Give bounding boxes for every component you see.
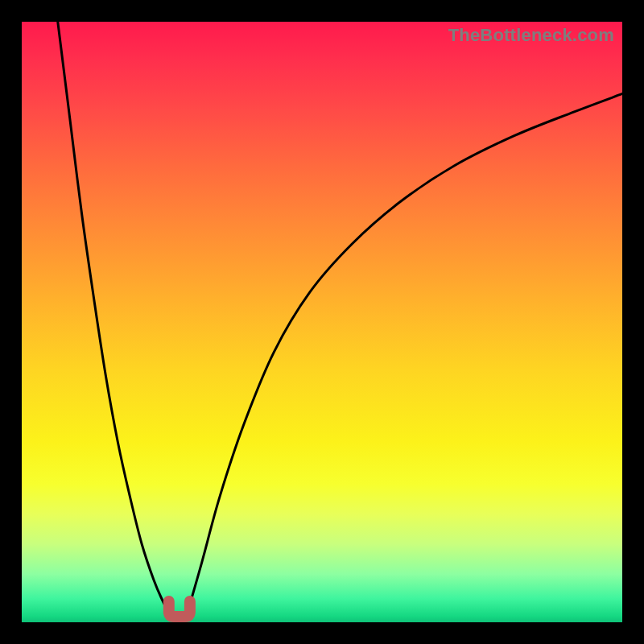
- valley-marker-icon: [169, 601, 190, 617]
- right-curve: [190, 94, 622, 605]
- chart-frame: TheBottleneck.com: [0, 0, 644, 644]
- curve-layer: [58, 22, 622, 617]
- chart-plot-area: TheBottleneck.com: [22, 22, 622, 622]
- chart-svg: [22, 22, 622, 622]
- left-curve: [58, 22, 169, 613]
